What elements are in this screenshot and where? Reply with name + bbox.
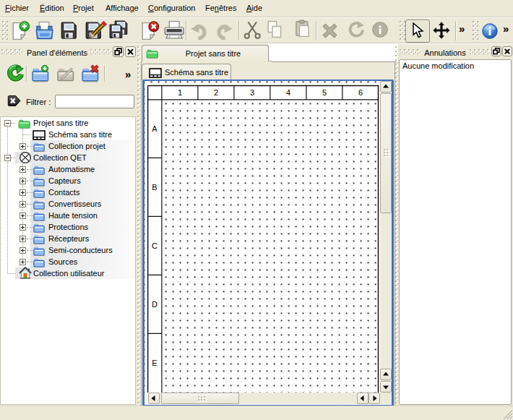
- svg-text:B: B: [152, 183, 157, 192]
- svg-text:4: 4: [286, 88, 290, 97]
- svg-text:3: 3: [250, 88, 254, 97]
- svg-text:E: E: [152, 359, 157, 367]
- svg-text:6: 6: [358, 88, 363, 97]
- svg-text:A: A: [152, 124, 158, 133]
- svg-text:5: 5: [322, 88, 327, 97]
- svg-text:D: D: [152, 300, 158, 309]
- svg-text:C: C: [152, 241, 158, 250]
- svg-text:2: 2: [214, 88, 218, 97]
- svg-text:1: 1: [178, 88, 182, 97]
